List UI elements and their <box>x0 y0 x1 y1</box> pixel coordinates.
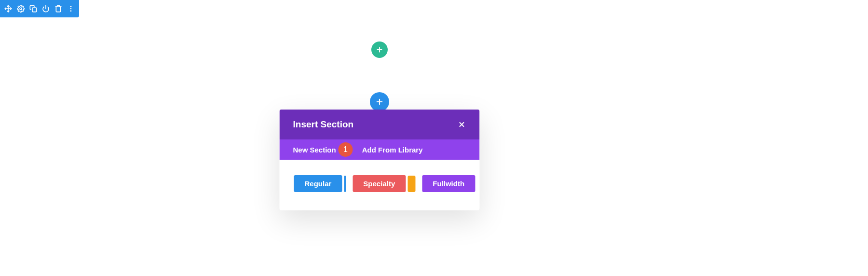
svg-point-6 <box>70 8 72 10</box>
svg-point-2 <box>20 8 22 10</box>
close-button[interactable] <box>458 120 466 129</box>
add-section-button[interactable] <box>370 92 389 111</box>
regular-library-chip[interactable] <box>344 176 346 192</box>
move-icon[interactable] <box>2 2 14 15</box>
section-toolbar <box>0 0 79 17</box>
modal-tabs: New Section Add From Library 1 <box>280 139 480 160</box>
svg-point-7 <box>70 10 72 12</box>
fullwidth-button[interactable]: Fullwidth <box>422 175 475 192</box>
modal-title: Insert Section <box>293 119 354 130</box>
annotation-badge: 1 <box>339 142 353 157</box>
specialty-group: Specialty <box>353 175 415 192</box>
gear-icon[interactable] <box>14 2 27 15</box>
delete-icon[interactable] <box>52 2 65 15</box>
more-icon[interactable] <box>65 2 77 15</box>
svg-point-5 <box>70 6 72 7</box>
specialty-button[interactable]: Specialty <box>353 175 406 192</box>
fullwidth-group: Fullwidth <box>422 175 475 192</box>
add-module-button[interactable] <box>371 41 388 58</box>
tab-new-section[interactable]: New Section <box>293 146 336 154</box>
specialty-library-chip[interactable] <box>407 176 415 192</box>
modal-header: Insert Section <box>280 110 480 139</box>
insert-section-modal: Insert Section New Section Add From Libr… <box>280 110 480 210</box>
regular-button[interactable]: Regular <box>294 175 342 192</box>
duplicate-icon[interactable] <box>27 2 40 15</box>
svg-rect-3 <box>32 8 37 12</box>
regular-group: Regular <box>294 175 346 192</box>
modal-body: Regular Specialty Fullwidth <box>280 160 480 210</box>
tab-add-from-library[interactable]: Add From Library <box>362 146 423 154</box>
power-icon[interactable] <box>40 2 52 15</box>
